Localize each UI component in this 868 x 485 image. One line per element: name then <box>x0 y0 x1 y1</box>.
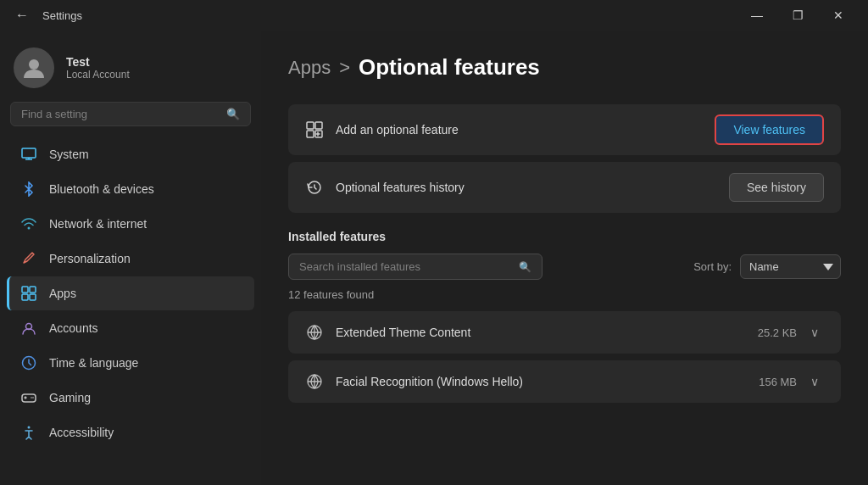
svg-point-4 <box>28 227 31 230</box>
add-feature-row: Add an optional feature View features <box>305 104 824 155</box>
feature-right-extended: 25.2 KB ∨ <box>758 324 824 341</box>
search-features-box: 🔍 <box>288 254 542 280</box>
time-icon <box>20 354 37 371</box>
titlebar: ← Settings — ❐ ✕ <box>0 0 868 31</box>
add-feature-left: Add an optional feature <box>305 120 459 139</box>
back-button[interactable]: ← <box>10 4 34 26</box>
feature-name-extended: Extended Theme Content <box>336 326 470 339</box>
installed-section: Installed features 🔍 Sort by: Name Size … <box>288 230 841 403</box>
features-count: 12 features found <box>288 288 841 301</box>
sidebar-item-network-label: Network & internet <box>49 217 147 231</box>
sidebar-item-apps[interactable]: Apps <box>7 276 254 310</box>
search-features-row: 🔍 Sort by: Name Size Date installed <box>288 254 841 280</box>
breadcrumb-current: Optional features <box>359 54 540 81</box>
user-role: Local Account <box>66 69 130 81</box>
svg-point-0 <box>29 59 39 70</box>
sidebar-item-system[interactable]: System <box>7 137 254 171</box>
titlebar-left: ← Settings <box>10 4 82 26</box>
gaming-icon <box>20 389 37 406</box>
sidebar-search-box: 🔍 <box>10 102 251 126</box>
sidebar: Test Local Account 🔍 System Bl <box>0 31 261 485</box>
history-row: Optional features history See history <box>305 162 824 213</box>
feature-expand-extended[interactable]: ∨ <box>805 324 824 341</box>
svg-rect-8 <box>30 294 36 300</box>
titlebar-controls: — ❐ ✕ <box>737 2 858 29</box>
content-area: Apps > Optional features Add an optional… <box>261 31 868 485</box>
feature-size-facial: 156 MB <box>759 376 797 388</box>
sort-label: Sort by: <box>693 260 732 273</box>
sidebar-item-gaming-label: Gaming <box>49 391 91 404</box>
sort-row: Sort by: Name Size Date installed <box>693 254 841 279</box>
history-left: Optional features history <box>305 178 465 197</box>
minimize-button[interactable]: — <box>737 2 776 29</box>
user-name: Test <box>66 55 130 69</box>
close-button[interactable]: ✕ <box>819 2 858 29</box>
sidebar-item-accounts-label: Accounts <box>49 321 98 335</box>
sidebar-item-time-label: Time & language <box>49 356 138 370</box>
breadcrumb: Apps > Optional features <box>288 54 841 81</box>
sidebar-item-accounts[interactable]: Accounts <box>7 311 254 345</box>
svg-point-16 <box>28 426 31 429</box>
main-layout: Test Local Account 🔍 System Bl <box>0 31 868 485</box>
add-feature-card: Add an optional feature View features <box>288 104 841 155</box>
sidebar-item-accessibility-label: Accessibility <box>49 426 114 439</box>
sort-select[interactable]: Name Size Date installed <box>740 254 841 279</box>
svg-rect-18 <box>315 122 322 129</box>
svg-rect-19 <box>307 131 314 137</box>
search-features-icon: 🔍 <box>519 261 531 273</box>
sidebar-item-accessibility[interactable]: Accessibility <box>7 415 254 449</box>
feature-item-facial-recognition: Facial Recognition (Windows Hello) 156 M… <box>288 360 841 403</box>
feature-icon-extended <box>305 323 324 342</box>
accessibility-icon <box>20 424 37 441</box>
svg-rect-6 <box>30 287 36 293</box>
svg-rect-7 <box>22 294 28 300</box>
feature-size-extended: 25.2 KB <box>758 326 797 339</box>
personalization-icon <box>20 250 37 267</box>
search-icon: 🔍 <box>226 108 240 120</box>
installed-title: Installed features <box>288 230 841 243</box>
feature-expand-facial[interactable]: ∨ <box>805 373 824 390</box>
svg-point-15 <box>32 397 34 399</box>
svg-rect-17 <box>307 122 314 129</box>
sidebar-item-apps-label: Apps <box>49 287 76 300</box>
sidebar-item-bluetooth[interactable]: Bluetooth & devices <box>7 172 254 206</box>
sidebar-item-personalization[interactable]: Personalization <box>7 242 254 276</box>
view-features-button[interactable]: View features <box>715 114 824 145</box>
breadcrumb-apps[interactable]: Apps <box>288 57 331 79</box>
avatar <box>14 47 54 88</box>
see-history-button[interactable]: See history <box>729 173 824 202</box>
bluetooth-icon <box>20 181 37 198</box>
sidebar-item-gaming[interactable]: Gaming <box>7 381 254 415</box>
sidebar-item-bluetooth-label: Bluetooth & devices <box>49 182 154 196</box>
svg-point-14 <box>31 397 32 399</box>
maximize-button[interactable]: ❐ <box>778 2 817 29</box>
feature-right-facial: 156 MB ∨ <box>759 373 824 390</box>
user-info: Test Local Account <box>66 55 130 81</box>
accounts-icon <box>20 320 37 337</box>
add-feature-label: Add an optional feature <box>336 123 459 137</box>
sidebar-item-time[interactable]: Time & language <box>7 346 254 380</box>
add-feature-icon <box>305 120 324 139</box>
history-card: Optional features history See history <box>288 162 841 213</box>
sidebar-nav: System Bluetooth & devices Network & int… <box>0 137 261 450</box>
sidebar-search-input[interactable] <box>21 108 220 120</box>
system-icon <box>20 146 37 163</box>
sidebar-item-personalization-label: Personalization <box>49 252 131 265</box>
feature-icon-facial <box>305 372 324 391</box>
feature-name-facial: Facial Recognition (Windows Hello) <box>336 375 523 388</box>
sidebar-item-network[interactable]: Network & internet <box>7 207 254 241</box>
user-section: Test Local Account <box>0 31 261 102</box>
feature-left-facial: Facial Recognition (Windows Hello) <box>305 372 523 391</box>
network-icon <box>20 215 37 232</box>
sidebar-item-system-label: System <box>49 148 89 161</box>
apps-icon <box>20 285 37 302</box>
svg-rect-5 <box>22 287 28 293</box>
history-icon <box>305 178 324 197</box>
svg-rect-1 <box>22 148 36 158</box>
search-features-input[interactable] <box>299 260 512 273</box>
breadcrumb-separator: > <box>339 57 350 79</box>
titlebar-title: Settings <box>42 9 82 22</box>
history-label: Optional features history <box>336 181 465 194</box>
feature-item-extended-theme: Extended Theme Content 25.2 KB ∨ <box>288 311 841 354</box>
feature-left-extended: Extended Theme Content <box>305 323 470 342</box>
